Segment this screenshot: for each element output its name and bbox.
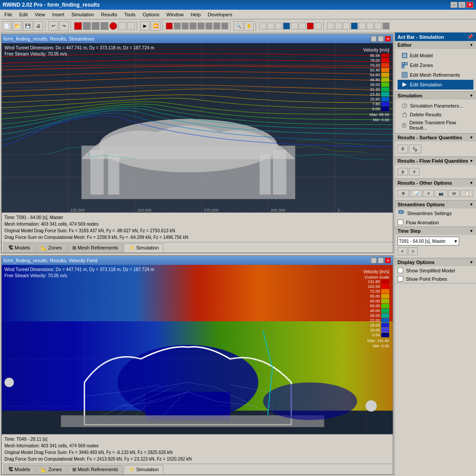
oo-btn-1[interactable]: ⚙ [398, 190, 409, 197]
panel-pin-icon[interactable]: 📌 [467, 34, 473, 40]
delete-results-item[interactable]: Delete Results [398, 110, 473, 119]
tb-undo[interactable]: ↩ [48, 21, 58, 31]
ff-p-button[interactable]: p [398, 168, 408, 175]
tb-nav1[interactable]: ▶ [140, 21, 150, 31]
sim-params-item[interactable]: Simulation Parameters... [398, 101, 473, 110]
show-simplified-model-item[interactable]: Show Simplified Model [395, 266, 476, 275]
tb-d8[interactable] [315, 22, 322, 30]
sq-p-button[interactable]: p [398, 145, 408, 153]
menu-help[interactable]: Help [188, 11, 204, 18]
tab-mesh-2[interactable]: ⊞ Mesh Refinements [67, 465, 123, 474]
tb-b4[interactable] [100, 22, 108, 30]
tb-e7[interactable] [375, 22, 382, 30]
display-options-header[interactable]: Display Options ▼ [395, 258, 476, 266]
flow-animation-item[interactable]: Flow Animation [395, 218, 476, 227]
tb-c3[interactable] [182, 22, 189, 30]
tb-open[interactable]: 📂 [12, 21, 22, 31]
show-simplified-checkbox[interactable] [398, 268, 403, 273]
vp1-maximize[interactable]: □ [378, 36, 384, 42]
tb-c8[interactable] [221, 22, 228, 30]
tab-sim-2[interactable]: ⚡ Simulation [124, 465, 164, 474]
tb-b1[interactable] [74, 22, 82, 30]
oo-btn-6[interactable]: 📋 [461, 190, 473, 197]
flow-animation-checkbox[interactable] [398, 219, 403, 225]
menu-developers[interactable]: Developers [205, 11, 235, 18]
tb-zoom[interactable]: 🔍 [234, 21, 243, 31]
show-probes-checkbox[interactable] [398, 276, 403, 282]
surface-quantities-header[interactable]: Results - Surface Quantities ▼ [395, 134, 476, 141]
tb-d3[interactable] [275, 22, 282, 30]
editor-edit-zones[interactable]: Edit Zones [398, 60, 473, 70]
menu-window[interactable]: Window [164, 11, 186, 18]
tb-c2[interactable] [174, 22, 181, 30]
vp1-close[interactable]: ✕ [385, 36, 391, 42]
simulation-section-header[interactable]: Simulation ▼ [395, 92, 476, 100]
tb-e6[interactable] [367, 22, 374, 30]
close-btn[interactable]: ✕ [466, 2, 473, 8]
flow-field-header[interactable]: Results - Flow Field Quantities ▼ [395, 157, 476, 165]
tb-e4[interactable] [351, 22, 358, 30]
tb-c4[interactable] [190, 22, 197, 30]
time-step-dropdown[interactable]: T091 - 64.00 [s], Master ▼ [398, 237, 459, 245]
oo-btn-2[interactable]: 📊 [410, 190, 423, 197]
ff-v-button[interactable]: v [409, 168, 420, 175]
tb-d1[interactable] [259, 22, 266, 30]
tb-d4[interactable] [283, 22, 290, 30]
vp2-close[interactable]: ✕ [385, 257, 391, 264]
tb-c1[interactable] [166, 22, 173, 30]
viewport1-content[interactable]: 125,000 150,000 175,000 200,000 2... [2, 43, 393, 212]
ts-prev-btn[interactable]: < [398, 247, 407, 255]
tb-d5[interactable] [291, 22, 298, 30]
menu-options[interactable]: Options [140, 11, 162, 18]
streamlines-header[interactable]: Streamlines Options ▼ [395, 201, 476, 208]
minimize-btn[interactable]: ─ [450, 2, 457, 8]
tab-mesh-1[interactable]: ⊞ Mesh Refinements [67, 243, 123, 253]
oo-btn-5[interactable]: W [448, 190, 460, 197]
tb-e5[interactable] [359, 22, 366, 30]
tb-save[interactable]: 💾 [23, 21, 33, 31]
tb-print[interactable]: 🖨 [33, 21, 43, 31]
viewport2-content[interactable]: Wind Tunnel Dimensions: Dx = 447.741 m, … [2, 265, 393, 434]
menu-file[interactable]: File [2, 11, 15, 18]
tb-b7[interactable] [127, 22, 135, 30]
tab-zones-2[interactable]: 📐 Zones [36, 465, 67, 474]
tb-c7[interactable] [213, 22, 220, 30]
menu-view[interactable]: View [32, 11, 48, 18]
ts-next-btn[interactable]: > [408, 247, 418, 255]
tb-e1[interactable] [327, 22, 334, 30]
tb-c6[interactable] [205, 22, 212, 30]
menu-simulation[interactable]: Simulation [69, 11, 97, 18]
tb-d2[interactable] [267, 22, 274, 30]
tb-b2[interactable] [83, 22, 91, 30]
tb-d7[interactable] [307, 22, 314, 30]
tb-e2[interactable] [335, 22, 342, 30]
time-step-header[interactable]: Time Step ▼ [395, 227, 476, 235]
vp1-minimize[interactable]: ─ [371, 36, 377, 42]
streamlines-settings-item[interactable]: Streamlines Settings [395, 208, 476, 218]
tb-d6[interactable] [299, 22, 306, 30]
tab-models-1[interactable]: 🏗 Models [4, 243, 35, 253]
tb-b5[interactable] [109, 22, 117, 30]
show-point-probes-item[interactable]: Show Point Probes [395, 275, 476, 283]
editor-edit-model[interactable]: Edit Model [398, 51, 473, 60]
other-options-header[interactable]: Results - Other Options ▼ [395, 179, 476, 187]
tb-new[interactable]: 📄 [2, 21, 11, 31]
tb-e3[interactable] [343, 22, 350, 30]
tab-sim-1[interactable]: ⚡ Simulation [124, 243, 164, 253]
oo-btn-4[interactable]: 📷 [435, 190, 447, 197]
maximize-btn[interactable]: □ [458, 2, 465, 8]
vp2-minimize[interactable]: ─ [371, 257, 377, 264]
vp2-maximize[interactable]: □ [378, 257, 384, 264]
editor-section-header[interactable]: Editor ▼ [395, 41, 476, 49]
tb-pan[interactable]: ✋ [244, 21, 254, 31]
delete-transient-item[interactable]: Delete Transient Flow Result... [398, 119, 473, 131]
tab-zones-1[interactable]: 📐 Zones [36, 243, 67, 253]
tb-b6[interactable] [118, 22, 126, 30]
tb-redo[interactable]: ↪ [59, 21, 69, 31]
menu-results[interactable]: Results [98, 11, 120, 18]
menu-edit[interactable]: Edit [17, 11, 30, 18]
tb-c5[interactable] [197, 22, 205, 30]
menu-tools[interactable]: Tools [122, 11, 138, 18]
tb-e8[interactable] [383, 22, 390, 30]
editor-edit-simulation[interactable]: Edit Simulation [398, 80, 473, 89]
